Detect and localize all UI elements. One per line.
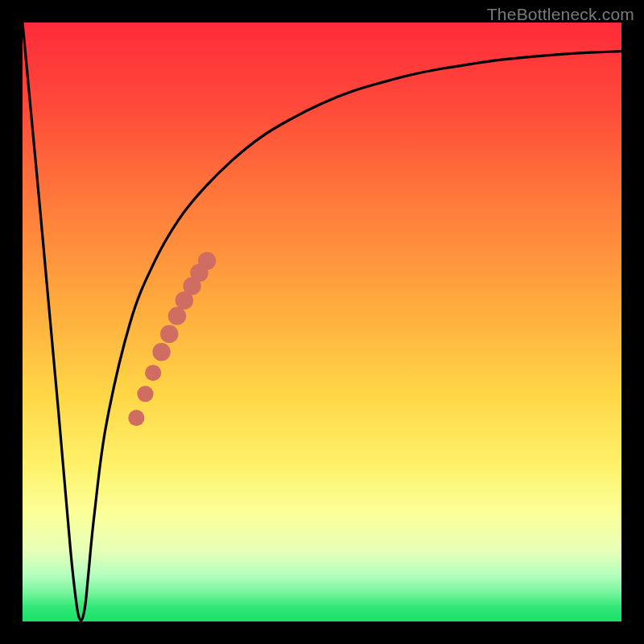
- curve-marker: [152, 343, 170, 361]
- curve-marker: [137, 386, 153, 402]
- chart-svg: [23, 23, 621, 621]
- bottleneck-curve: [23, 23, 621, 621]
- curve-marker: [160, 325, 178, 343]
- curve-marker: [145, 365, 161, 381]
- curve-marker: [198, 252, 216, 270]
- curve-marker: [128, 410, 144, 426]
- chart-frame: TheBottleneck.com: [0, 0, 644, 644]
- curve-marker: [168, 307, 186, 324]
- curve-markers: [128, 252, 216, 426]
- watermark-text: TheBottleneck.com: [487, 5, 634, 24]
- plot-area: [23, 23, 621, 621]
